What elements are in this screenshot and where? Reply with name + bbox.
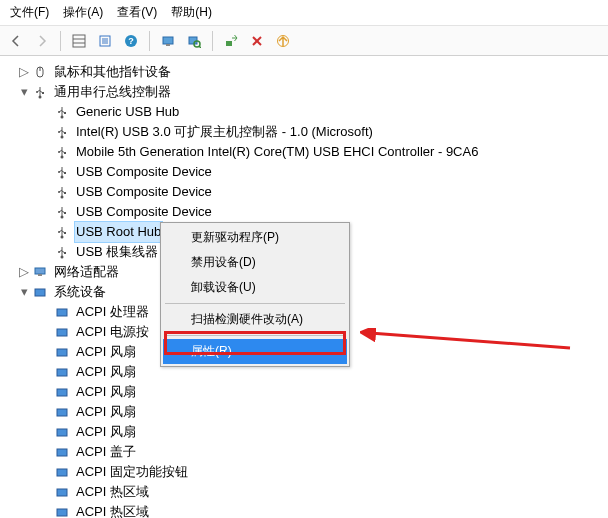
tree-item-system[interactable]: ACPI 热区域 [4,482,604,502]
separator [149,31,150,51]
expand-icon[interactable]: ▷ [16,264,32,280]
menu-disable-device[interactable]: 禁用设备(D) [163,250,347,275]
tree-label: ACPI 风扇 [74,402,138,422]
svg-rect-58 [35,289,45,296]
svg-rect-47 [64,212,66,214]
computer-icon[interactable] [158,31,178,51]
svg-rect-64 [57,409,67,416]
uninstall-device-icon[interactable] [247,31,267,51]
network-icon [32,264,48,280]
usb-icon [32,84,48,100]
usb-icon [54,164,70,180]
collapse-icon[interactable]: ▾ [16,284,32,300]
tree-view-icon[interactable] [69,31,89,51]
menu-uninstall-device[interactable]: 卸载设备(U) [163,275,347,300]
mouse-icon [32,64,48,80]
tree-item-system[interactable]: ACPI 盖子 [4,442,604,462]
svg-point-38 [58,171,60,173]
help-icon[interactable]: ? [121,31,141,51]
collapse-icon[interactable]: ▾ [16,84,32,100]
svg-rect-27 [64,112,66,114]
menubar: 文件(F) 操作(A) 查看(V) 帮助(H) [0,0,608,26]
menu-view[interactable]: 查看(V) [117,4,157,21]
tree-item-usb[interactable]: Generic USB Hub [4,102,604,122]
tree-item-usb[interactable]: Mobile 5th Generation Intel(R) Core(TM) … [4,142,604,162]
tree-label: ACPI 风扇 [74,362,138,382]
tree-item-system[interactable]: ACPI 风扇 [4,422,604,442]
tree-node-usb-controllers[interactable]: ▾ 通用串行总线控制器 [4,82,604,102]
svg-point-46 [58,211,60,213]
menu-properties[interactable]: 属性(R) [163,339,347,364]
menu-help[interactable]: 帮助(H) [171,4,212,21]
update-driver-icon[interactable] [273,31,293,51]
tree-item-usb[interactable]: USB Composite Device [4,162,604,182]
tree-item-usb[interactable]: USB Composite Device [4,182,604,202]
tree-label: ACPI 风扇 [74,342,138,362]
tree-label: Intel(R) USB 3.0 可扩展主机控制器 - 1.0 (Microso… [74,122,375,142]
tree-item-system[interactable]: ACPI 风扇 [4,382,604,402]
tree-label: 系统设备 [52,282,108,302]
properties-icon[interactable] [95,31,115,51]
forward-icon[interactable] [32,31,52,51]
svg-rect-51 [64,232,66,234]
tree-item-usb[interactable]: Intel(R) USB 3.0 可扩展主机控制器 - 1.0 (Microso… [4,122,604,142]
tree-item-system[interactable]: ACPI 热区域 [4,502,604,518]
menu-update-driver[interactable]: 更新驱动程序(P) [163,225,347,250]
svg-point-26 [58,111,60,113]
tree-label: USB Composite Device [74,162,214,182]
tree-label: ACPI 处理器 [74,302,151,322]
system-device-icon [54,364,70,380]
svg-rect-56 [35,268,45,274]
svg-rect-9 [163,37,173,44]
tree-label: ACPI 电源按 [74,322,151,342]
menu-action[interactable]: 操作(A) [63,4,103,21]
svg-rect-0 [73,35,85,47]
expand-icon[interactable]: ▷ [16,64,32,80]
tree-label: 鼠标和其他指针设备 [52,62,173,82]
svg-point-42 [58,191,60,193]
tree-item-usb[interactable]: USB Composite Device [4,202,604,222]
tree-label: USB 根集线器 [74,242,160,262]
svg-rect-67 [57,469,67,476]
svg-line-13 [199,46,201,48]
svg-rect-60 [57,329,67,336]
svg-rect-63 [57,389,67,396]
separator [60,31,61,51]
tree-node-mouse[interactable]: ▷ 鼠标和其他指针设备 [4,62,604,82]
system-device-icon [54,464,70,480]
svg-rect-61 [57,349,67,356]
svg-rect-57 [38,274,42,276]
tree-label: ACPI 固定功能按钮 [74,462,190,482]
tree-item-system[interactable]: ACPI 风扇 [4,402,604,422]
system-device-icon [54,404,70,420]
system-device-icon [54,424,70,440]
system-device-icon [54,484,70,500]
usb-icon [54,204,70,220]
menu-separator [165,303,345,304]
back-icon[interactable] [6,31,26,51]
toolbar: ? [0,26,608,56]
svg-rect-62 [57,369,67,376]
system-device-icon [54,504,70,518]
system-device-icon [32,284,48,300]
svg-rect-68 [57,489,67,496]
tree-label: Mobile 5th Generation Intel(R) Core(TM) … [74,142,480,162]
svg-rect-43 [64,192,66,194]
tree-item-system[interactable]: ACPI 固定功能按钮 [4,462,604,482]
menu-scan-hardware[interactable]: 扫描检测硬件改动(A) [163,307,347,332]
menu-separator [165,335,345,336]
enable-device-icon[interactable] [221,31,241,51]
svg-rect-14 [226,41,232,46]
system-device-icon [54,444,70,460]
tree-label: USB Composite Device [74,182,214,202]
svg-point-34 [58,151,60,153]
svg-rect-59 [57,309,67,316]
tree-label: 网络适配器 [52,262,121,282]
menu-file[interactable]: 文件(F) [10,4,49,21]
scan-icon[interactable] [184,31,204,51]
svg-rect-69 [57,509,67,516]
tree-label: ACPI 风扇 [74,382,138,402]
svg-rect-55 [64,252,66,254]
tree-label: USB Composite Device [74,202,214,222]
svg-rect-31 [64,132,66,134]
